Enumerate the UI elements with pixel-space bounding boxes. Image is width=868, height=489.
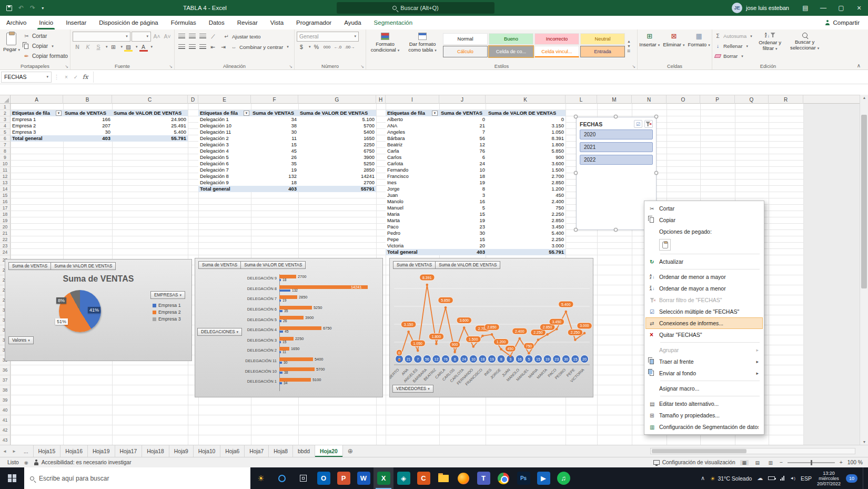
pivot-cell[interactable]: Angeles — [386, 129, 439, 135]
pivot-cell[interactable]: 2.250 — [487, 236, 566, 243]
paste-option-button[interactable] — [645, 237, 763, 252]
row-header-11[interactable]: 11 — [0, 167, 11, 173]
pivot-cell[interactable]: 3.000 — [487, 243, 566, 249]
ribbon-tab-revisar[interactable]: Revisar — [231, 16, 264, 29]
percent-style-icon[interactable]: % — [312, 42, 321, 52]
pivot-cell[interactable]: Empresa 2 — [11, 123, 63, 129]
pivot-cell[interactable]: 19 — [439, 179, 487, 186]
sheet-tab-hoja19[interactable]: Hoja19 — [88, 445, 115, 457]
sheet-tab-hoja18[interactable]: Hoja18 — [142, 445, 169, 457]
volume-icon[interactable]: ◄) — [790, 476, 795, 481]
pivot-cell[interactable]: 2.850 — [487, 179, 566, 186]
pivot-cell[interactable]: 5700 — [298, 123, 376, 129]
vertical-scrollbar[interactable]: ▲ ▼ — [860, 95, 868, 445]
column-header-g[interactable]: G — [298, 95, 376, 104]
taskbar-app-chrome[interactable] — [493, 467, 513, 489]
language-indicator[interactable]: ESP — [801, 475, 812, 482]
select-all-corner[interactable] — [0, 95, 11, 104]
column-header-n[interactable]: N — [632, 95, 667, 104]
chart-field-button[interactable]: Suma de VENTAS — [393, 261, 436, 269]
row-header-10[interactable]: 10 — [0, 161, 11, 167]
taskbar-app-excel[interactable]: X — [374, 467, 393, 489]
row-header-8[interactable]: 8 — [0, 148, 11, 154]
selection-handle[interactable] — [614, 228, 618, 232]
delegaciones-bar-chart[interactable]: Suma de VENTASSuma de VALOR DE VENTASDEL… — [195, 258, 383, 397]
comma-style-icon[interactable]: 000 — [322, 42, 332, 52]
align-top-icon[interactable] — [177, 32, 186, 41]
row-header-3[interactable]: 3 — [0, 116, 11, 123]
pivot-cell[interactable]: Francisco — [386, 173, 439, 179]
pivot-table-vendedores[interactable]: Etiquetas de fila▼Suma de VENTASSuma de … — [386, 110, 566, 255]
pivot-cell[interactable]: 18 — [251, 179, 298, 186]
cell-style-incorrecto[interactable]: Incorrecto — [534, 33, 579, 45]
taskbar-app-app-blue[interactable]: ▶ — [533, 467, 553, 489]
ribbon-tab-ayuda[interactable]: Ayuda — [338, 16, 367, 29]
cell-style-neutral[interactable]: Neutral — [580, 33, 625, 45]
column-header-l[interactable]: L — [566, 95, 597, 104]
pivot-cell[interactable]: 3 — [439, 192, 487, 198]
row-header-38[interactable]: 38 — [0, 385, 11, 395]
column-header-r[interactable]: R — [769, 95, 803, 104]
pivot-cell[interactable]: Manuel — [386, 205, 439, 211]
pivot-cell[interactable]: 30 — [251, 129, 298, 135]
pivot-cell[interactable]: 15 — [439, 211, 487, 217]
pivot-cell[interactable]: 2.250 — [487, 211, 566, 217]
column-header-b[interactable]: B — [63, 95, 112, 104]
tray-expand-icon[interactable]: ∧ — [701, 475, 705, 482]
row-header-2[interactable]: 2 — [0, 110, 11, 116]
chart-field-button[interactable]: Suma de VALOR DE VENTAS — [51, 262, 116, 270]
pivot-cell[interactable]: 6 — [439, 154, 487, 161]
pivot-cell[interactable]: 15 — [251, 142, 298, 148]
avatar[interactable]: JE — [732, 3, 742, 13]
underline-button[interactable]: S — [94, 42, 103, 52]
pivot-cell[interactable]: Empresa 3 — [11, 129, 63, 135]
format-painter-button[interactable]: ✏Copiar formato — [23, 51, 68, 61]
cell-style-normal[interactable]: Normal — [443, 33, 488, 45]
pivot-cell[interactable]: 19 — [251, 167, 298, 173]
row-header-5[interactable]: 5 — [0, 129, 11, 135]
pivot-total-cell[interactable]: Total general — [198, 186, 251, 192]
view-page-break-icon[interactable]: ▥ — [766, 460, 775, 465]
zoom-slider[interactable] — [788, 462, 835, 463]
sheet-tab-hoja9[interactable]: Hoja9 — [169, 445, 194, 457]
chart-field-button[interactable]: Suma de VENTAS — [198, 261, 241, 269]
column-header-p[interactable]: P — [700, 95, 735, 104]
pivot-cell[interactable]: 2700 — [298, 179, 376, 186]
pivot-cell[interactable]: Bárbara — [386, 135, 439, 142]
row-header-39[interactable]: 39 — [0, 395, 11, 405]
pivot-cell[interactable]: 2.400 — [487, 198, 566, 205]
pivot-cell[interactable]: 1.200 — [487, 186, 566, 192]
slicer-clear-filter-icon[interactable]: × — [644, 120, 653, 128]
insert-cells-button[interactable]: ⊞ Insertar▾ — [639, 31, 660, 62]
wrap-text-button[interactable]: ↵Ajustar texto — [223, 32, 260, 42]
slicer-item-2022[interactable]: 2022 — [580, 155, 653, 165]
pivot-cell[interactable]: Beatriz — [386, 142, 439, 148]
row-header-4[interactable]: 4 — [0, 123, 11, 129]
menu-item-cortar[interactable]: ✂Cortar — [645, 203, 763, 214]
borders-button[interactable]: ⊞ — [109, 42, 118, 52]
task-view-icon[interactable] — [292, 467, 314, 489]
row-header-14[interactable]: 14 — [0, 186, 11, 192]
name-box[interactable]: FECHAS▾ — [1, 72, 52, 83]
pivot-cell[interactable]: 5.100 — [298, 116, 376, 123]
taskbar-app-teams[interactable]: T — [473, 467, 493, 489]
pivot-cell[interactable]: 12 — [439, 142, 487, 148]
cut-button[interactable]: ✂Cortar — [23, 31, 68, 41]
menu-item-quitar-fechas-[interactable]: ×Quitar "FECHAS" — [645, 329, 763, 341]
cell-style-celda-vincul-[interactable]: Celda vincul... — [534, 46, 579, 57]
horizontal-scroll-thumb[interactable] — [652, 449, 746, 453]
pivot-cell[interactable]: 56 — [439, 135, 487, 142]
pivot-cell[interactable]: 207 — [63, 123, 112, 129]
pivot-total-cell[interactable]: 403 — [439, 249, 487, 255]
pivot-cell[interactable]: 132 — [251, 173, 298, 179]
row-header-12[interactable]: 12 — [0, 173, 11, 179]
zoom-level[interactable]: 100 % — [847, 460, 863, 465]
pivot-cell[interactable]: 450 — [487, 192, 566, 198]
zoom-out-icon[interactable]: − — [780, 460, 783, 465]
pivot-cell[interactable]: 5.400 — [112, 129, 188, 135]
pivot-cell[interactable]: 45 — [251, 148, 298, 154]
decrease-indent-icon[interactable]: ⇤ — [208, 42, 218, 52]
accounting-format-icon[interactable]: $ — [297, 42, 306, 52]
pivot-cell[interactable]: 8 — [439, 186, 487, 192]
pivot-cell[interactable]: 2850 — [298, 167, 376, 173]
